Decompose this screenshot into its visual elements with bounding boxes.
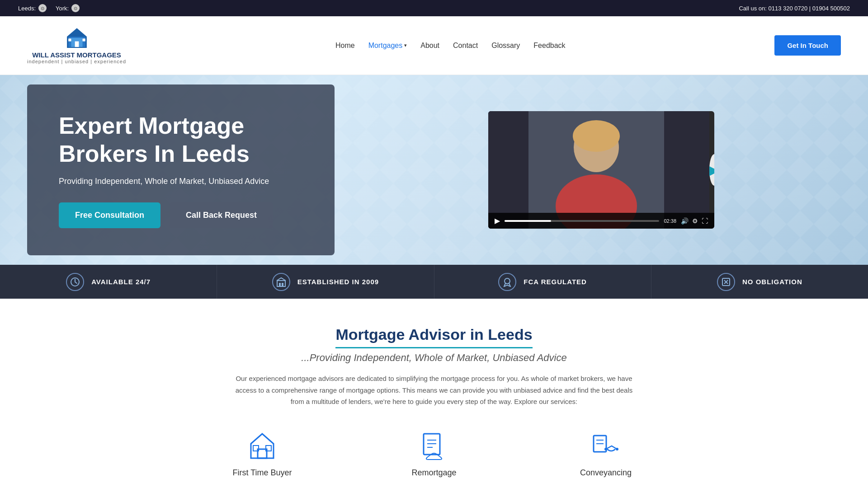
- stat-fca-label: FCA REGULATED: [524, 278, 587, 286]
- service-first-time-buyer-label: First Time Buyer: [232, 468, 292, 478]
- svg-point-13: [573, 120, 620, 152]
- services-description: Our experienced mortgage advisors are de…: [231, 373, 637, 408]
- settings-icon[interactable]: ⚙: [692, 217, 698, 225]
- logo[interactable]: WILL ASSIST MORTGAGES independent | unbi…: [27, 27, 126, 64]
- stat-established-label: ESTABLISHED IN 2009: [297, 278, 379, 286]
- top-bar: Leeds: ⊙ York: ⊙ Call us on: 0113 320 07…: [0, 0, 868, 16]
- service-conveyancing-label: Conveyancing: [580, 468, 632, 478]
- clock-icon: [66, 273, 84, 291]
- service-conveyancing[interactable]: Conveyancing: [529, 430, 683, 478]
- services-grid: First Time Buyer Remortgage: [185, 430, 683, 488]
- svg-rect-7: [82, 38, 85, 41]
- remortgage-icon: [418, 430, 450, 462]
- stats-bar: AVAILABLE 24/7 ESTABLISHED IN 2009 FCA R…: [0, 265, 868, 299]
- location-items: Leeds: ⊙ York: ⊙: [18, 4, 80, 12]
- york-location: York: ⊙: [56, 4, 80, 12]
- hero-content: Expert Mortgage Brokers In Leeds Providi…: [27, 84, 335, 256]
- video-play-icon[interactable]: ▶: [495, 216, 500, 225]
- logo-text: WILL ASSIST MORTGAGES: [32, 51, 121, 59]
- logo-icon: [66, 27, 88, 49]
- services-title: Mortgage Advisor in Leeds: [335, 326, 532, 348]
- first-time-buyer-icon: [246, 430, 278, 462]
- svg-point-21: [505, 278, 510, 284]
- building-icon: [272, 273, 290, 291]
- york-dot[interactable]: ⊙: [71, 4, 80, 12]
- service-remortgage[interactable]: Remortgage: [357, 430, 511, 478]
- main-nav: Home Mortgages ▾ About Contact Glossary …: [335, 42, 566, 50]
- logo-tagline: independent | unbiased | experienced: [27, 59, 126, 64]
- service-remortgage-label: Remortgage: [411, 468, 456, 478]
- callback-button[interactable]: Call Back Request: [170, 202, 273, 228]
- svg-line-17: [75, 282, 77, 283]
- services-section: Mortgage Advisor in Leeds ...Providing I…: [0, 299, 868, 488]
- svg-rect-9: [488, 111, 528, 229]
- header: WILL ASSIST MORTGAGES independent | unbi…: [0, 16, 868, 75]
- video-bg: [488, 111, 709, 229]
- award-icon: [498, 273, 516, 291]
- leeds-location: Leeds: ⊙: [18, 4, 47, 12]
- svg-rect-10: [664, 111, 709, 229]
- video-control-icons: 🔊 ⚙ ⛶: [681, 217, 708, 225]
- free-consultation-button[interactable]: Free Consultation: [59, 202, 160, 228]
- fullscreen-icon[interactable]: ⛶: [702, 217, 708, 225]
- video-progress-bar[interactable]: [505, 220, 659, 222]
- svg-rect-18: [277, 281, 285, 286]
- conveyancing-icon: [590, 430, 622, 462]
- video-player[interactable]: ▶ ▶ 02:38 🔊 ⚙ ⛶: [488, 111, 714, 229]
- hero-video-area: ▶ ▶ 02:38 🔊 ⚙ ⛶: [335, 102, 868, 238]
- svg-point-36: [616, 448, 618, 450]
- volume-icon[interactable]: 🔊: [681, 217, 689, 225]
- stat-fca: FCA REGULATED: [434, 265, 651, 299]
- svg-point-35: [604, 448, 607, 450]
- video-thumbnail: [488, 111, 709, 229]
- nav-mortgages[interactable]: Mortgages ▾: [368, 42, 407, 50]
- no-obligation-icon: [717, 273, 735, 291]
- stat-established: ESTABLISHED IN 2009: [217, 265, 434, 299]
- phone-number: Call us on: 0113 320 0720 | 01904 500502: [739, 5, 850, 12]
- svg-rect-19: [279, 283, 281, 286]
- hero-title: Expert Mortgage Brokers In Leeds: [59, 112, 303, 168]
- york-label: York:: [56, 5, 69, 12]
- leeds-label: Leeds:: [18, 5, 36, 12]
- nav-home[interactable]: Home: [335, 42, 355, 50]
- stat-available: AVAILABLE 24/7: [0, 265, 217, 299]
- svg-rect-20: [282, 283, 283, 286]
- hero-subtitle: Providing Independent, Whole of Market, …: [59, 177, 303, 186]
- nav-feedback[interactable]: Feedback: [533, 42, 565, 50]
- nav-contact[interactable]: Contact: [453, 42, 478, 50]
- nav-mortgages-link[interactable]: Mortgages: [368, 42, 403, 50]
- nav-about[interactable]: About: [420, 42, 439, 50]
- svg-rect-5: [75, 42, 79, 47]
- video-time: 02:38: [664, 218, 676, 224]
- service-first-time-buyer[interactable]: First Time Buyer: [185, 430, 339, 478]
- services-subtitle: ...Providing Independent, Whole of Marke…: [45, 352, 823, 364]
- dropdown-arrow-icon: ▾: [404, 42, 407, 48]
- stat-no-obligation-label: NO OBLIGATION: [742, 278, 802, 286]
- svg-rect-6: [68, 38, 71, 41]
- hero-section: Expert Mortgage Brokers In Leeds Providi…: [0, 75, 868, 265]
- hero-buttons: Free Consultation Call Back Request: [59, 202, 303, 228]
- leeds-dot[interactable]: ⊙: [38, 4, 47, 12]
- video-progress-fill: [505, 220, 551, 222]
- get-in-touch-button[interactable]: Get In Touch: [774, 35, 841, 56]
- stat-available-label: AVAILABLE 24/7: [91, 278, 151, 286]
- video-play-button[interactable]: ▶: [709, 154, 714, 186]
- video-controls: ▶ 02:38 🔊 ⚙ ⛶: [488, 213, 714, 229]
- nav-glossary[interactable]: Glossary: [491, 42, 520, 50]
- stat-no-obligation: NO OBLIGATION: [651, 265, 868, 299]
